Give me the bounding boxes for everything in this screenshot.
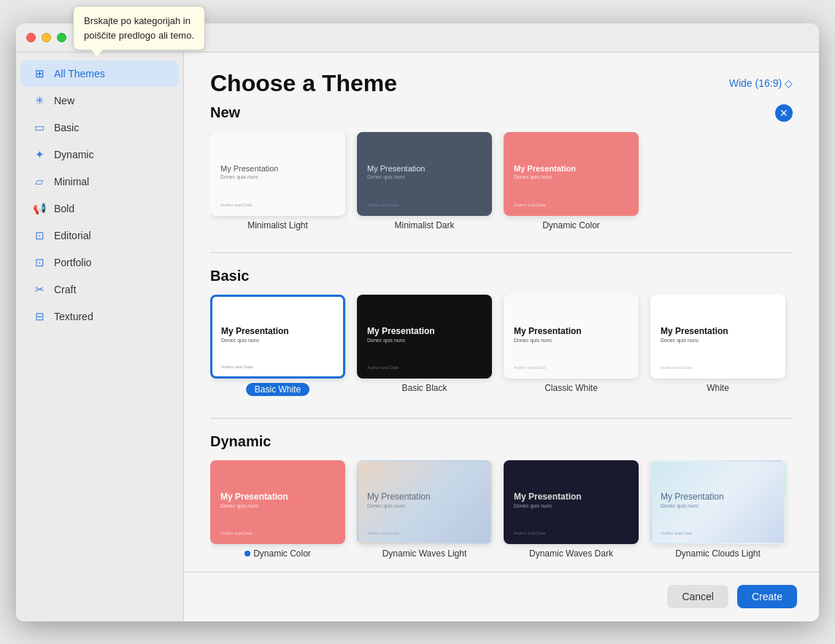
sidebar: ⊞ All Themes ✳ New ▭ Basic ✦ Dynamic ▱ M… (16, 23, 184, 621)
sidebar-item-portfolio[interactable]: ⊡ Portfolio (20, 249, 179, 276)
minimal-icon: ▱ (32, 175, 47, 188)
basic-theme-grid: My Presentation Donec quis nunc Author a… (210, 295, 793, 396)
preview-author: Author and Date (220, 203, 253, 207)
preview-title: My Presentation (367, 164, 482, 173)
theme-card-dynamic-clouds-light[interactable]: My Presentation Donec quis nunc Author a… (650, 460, 785, 559)
craft-icon: ✂ (32, 283, 47, 296)
theme-card-dynamic-waves-dark[interactable]: My Presentation Donec quis nunc Author a… (504, 460, 639, 559)
sidebar-item-minimal[interactable]: ▱ Minimal (20, 168, 179, 195)
preview-subtitle: Donec quis nunc (367, 174, 482, 179)
preview-subtitle: Donec quis nunc (514, 503, 628, 508)
footer: Cancel Create (184, 572, 819, 621)
basic-section-header: Basic (210, 268, 793, 284)
theme-preview-minimalist-light: My Presentation Donec quis nunc Author a… (210, 132, 345, 216)
theme-preview-dynamic-color-new: My Presentation Donec quis nunc Author a… (504, 132, 639, 216)
theme-name-dynamic-color2: Dynamic Color (245, 548, 311, 559)
textured-icon: ⊟ (32, 310, 47, 323)
theme-scroll-area[interactable]: New ✕ My Presentation Donec quis nunc Au… (184, 104, 819, 621)
dynamic-section: Dynamic My Presentation Donec quis nunc … (210, 433, 793, 559)
theme-name-dynamic-color-new: Dynamic Color (542, 220, 600, 230)
sidebar-item-label: Minimal (54, 176, 89, 187)
preview-subtitle: Donec quis nunc (367, 338, 482, 343)
theme-name-dynamic-waves-dark: Dynamic Waves Dark (529, 548, 613, 559)
sidebar-item-bold[interactable]: 📢 Bold (20, 195, 179, 222)
new-theme-grid: My Presentation Donec quis nunc Author a… (210, 132, 793, 230)
dot-indicator (245, 551, 250, 556)
editorial-icon: ⊡ (32, 229, 47, 242)
theme-name-minimalist-dark: Minimalist Dark (394, 220, 454, 230)
theme-preview-dynamic-clouds-light: My Presentation Donec quis nunc Author a… (650, 460, 785, 544)
theme-card-dynamic-waves-light[interactable]: My Presentation Donec quis nunc Author a… (357, 460, 492, 559)
preview-subtitle: Donec quis nunc (220, 174, 335, 179)
new-section-title: New (210, 104, 240, 121)
aspect-ratio-button[interactable]: Wide (16:9) ◇ (729, 77, 793, 89)
theme-card-dynamic-color-new[interactable]: My Presentation Donec quis nunc Author a… (504, 132, 639, 230)
close-icon: ✕ (780, 107, 788, 119)
sidebar-item-label: Textured (54, 311, 93, 322)
all-themes-icon: ⊞ (32, 67, 47, 80)
preview-subtitle: Donec quis nunc (221, 338, 334, 343)
preview-subtitle: Donec quis nunc (220, 503, 335, 508)
theme-card-basic-black[interactable]: My Presentation Donec quis nunc Author a… (357, 295, 492, 396)
new-icon: ✳ (32, 94, 47, 107)
sidebar-item-label: Bold (54, 203, 74, 214)
sidebar-item-label: All Themes (54, 68, 105, 79)
page-title: Choose a Theme (210, 70, 397, 97)
preview-subtitle: Donec quis nunc (514, 338, 628, 343)
sidebar-item-all-themes[interactable]: ⊞ All Themes (20, 61, 179, 87)
close-new-section-button[interactable]: ✕ (775, 104, 793, 122)
theme-name-dynamic-waves-light: Dynamic Waves Light (382, 548, 467, 559)
preview-title: My Presentation (220, 492, 335, 502)
preview-title: My Presentation (220, 164, 335, 173)
sidebar-item-new[interactable]: ✳ New (20, 88, 179, 114)
create-button[interactable]: Create (737, 585, 797, 608)
theme-preview-white: My Presentation Donec quis nunc Author a… (650, 295, 785, 379)
dynamic-section-title: Dynamic (210, 433, 271, 450)
sidebar-item-basic[interactable]: ▭ Basic (20, 115, 179, 141)
theme-card-basic-white[interactable]: My Presentation Donec quis nunc Author a… (210, 295, 345, 396)
minimize-button[interactable] (42, 33, 51, 42)
preview-author: Author and Date (367, 531, 399, 535)
portfolio-icon: ⊡ (32, 256, 47, 269)
sidebar-item-label: Craft (54, 284, 76, 295)
theme-name-dynamic-clouds-light: Dynamic Clouds Light (675, 548, 761, 559)
basic-section: Basic My Presentation Donec quis nunc Au… (210, 268, 793, 396)
sidebar-item-dynamic[interactable]: ✦ Dynamic (20, 141, 179, 168)
maximize-button[interactable] (57, 33, 66, 42)
sidebar-item-label: Portfolio (54, 257, 91, 268)
preview-title: My Presentation (514, 326, 628, 336)
new-section-header: New ✕ (210, 104, 793, 122)
cancel-button[interactable]: Cancel (667, 585, 728, 608)
preview-author: Author and Date (220, 531, 253, 535)
main-content: Choose a Theme Wide (16:9) ◇ New ✕ My Pr… (184, 23, 819, 621)
section-divider-1 (210, 252, 793, 253)
preview-title: My Presentation (514, 164, 628, 173)
theme-card-dynamic-color2[interactable]: My Presentation Donec quis nunc Author a… (210, 460, 345, 559)
theme-card-minimalist-dark[interactable]: My Presentation Donec quis nunc Author a… (357, 132, 492, 230)
theme-preview-dynamic-waves-dark: My Presentation Donec quis nunc Author a… (504, 460, 639, 544)
preview-author: Author and Date (221, 365, 253, 369)
close-button[interactable] (26, 33, 36, 42)
content-header: Choose a Theme Wide (16:9) ◇ (184, 53, 819, 104)
theme-card-white[interactable]: My Presentation Donec quis nunc Author a… (650, 295, 785, 396)
sidebar-item-label: Dynamic (54, 149, 93, 160)
preview-author: Author and Date (661, 531, 693, 535)
sidebar-item-label: New (54, 95, 74, 106)
basic-icon: ▭ (32, 121, 47, 134)
sidebar-item-editorial[interactable]: ⊡ Editorial (20, 222, 179, 249)
theme-name-basic-black: Basic Black (401, 383, 447, 393)
preview-title: My Presentation (367, 492, 482, 502)
preview-subtitle: Donec quis nunc (661, 503, 775, 508)
sidebar-item-textured[interactable]: ⊟ Textured (20, 303, 179, 330)
theme-name-basic-white: Basic White (246, 383, 309, 396)
theme-card-classic-white[interactable]: My Presentation Donec quis nunc Author a… (504, 295, 639, 396)
theme-name-classic-white: Classic White (545, 383, 598, 393)
tooltip-line2: poiščite predlogo ali temo. (84, 30, 194, 41)
basic-section-title: Basic (210, 268, 249, 284)
sidebar-item-craft[interactable]: ✂ Craft (20, 276, 179, 303)
sidebar-item-label: Basic (54, 122, 79, 133)
theme-name-white: White (707, 383, 729, 393)
preview-subtitle: Donec quis nunc (661, 338, 775, 343)
theme-card-minimalist-light[interactable]: My Presentation Donec quis nunc Author a… (210, 132, 345, 230)
preview-subtitle: Donec quis nunc (367, 503, 482, 508)
